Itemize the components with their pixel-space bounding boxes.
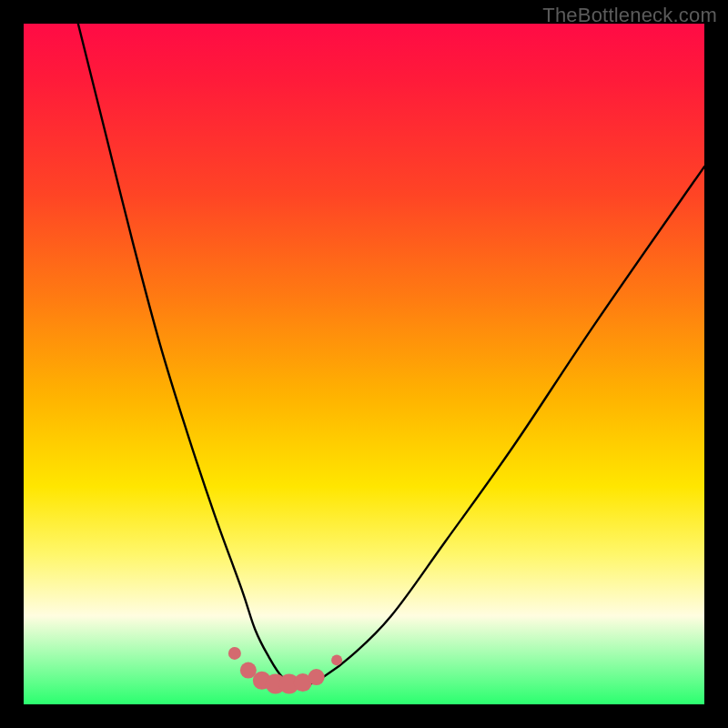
bottleneck-curve-svg	[24, 24, 704, 704]
chart-plot-area	[24, 24, 704, 704]
bottom-marker-dot	[308, 669, 325, 685]
bottleneck-curve-path	[78, 24, 704, 685]
bottom-marker-dot	[240, 662, 257, 679]
bottom-marker-dot	[294, 673, 312, 692]
bottom-marker-dot	[266, 674, 286, 694]
bottom-marker-group	[228, 647, 342, 694]
bottom-marker-dot	[253, 672, 271, 690]
bottom-marker-dot	[279, 674, 299, 694]
bottom-marker-dot	[331, 654, 342, 665]
bottom-marker-dot	[228, 647, 241, 660]
watermark-text: TheBottleneck.com	[542, 4, 717, 27]
